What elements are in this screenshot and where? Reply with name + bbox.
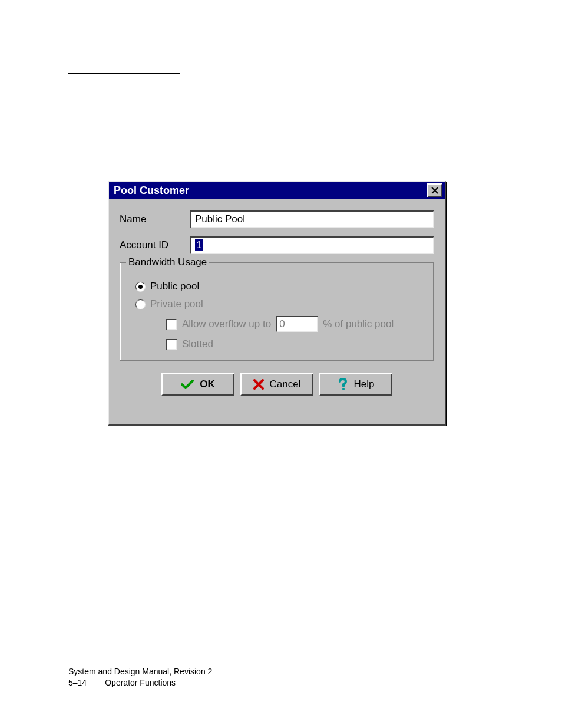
- private-pool-label: Private pool: [150, 298, 203, 310]
- question-icon: [338, 378, 348, 391]
- radio-icon: [135, 282, 146, 292]
- bandwidth-usage-group: Bandwidth Usage Public pool Private pool…: [120, 262, 434, 361]
- name-label: Name: [120, 213, 190, 225]
- cancel-button[interactable]: Cancel: [240, 373, 313, 396]
- ok-button[interactable]: OK: [161, 373, 234, 396]
- overflow-input[interactable]: 0: [276, 316, 318, 332]
- svg-point-4: [342, 388, 345, 390]
- footer-line2: 5–14 Operator Functions: [68, 677, 212, 689]
- x-icon: [253, 379, 264, 390]
- section-divider: [68, 73, 180, 74]
- account-row: Account ID 1: [120, 236, 434, 254]
- overflow-checkbox[interactable]: [166, 319, 177, 330]
- ok-label: OK: [200, 378, 215, 390]
- dialog-title: Pool Customer: [114, 185, 189, 197]
- footer-line1: System and Design Manual, Revision 2: [68, 666, 212, 677]
- pool-customer-dialog: Pool Customer Name Public Pool Account I…: [108, 181, 446, 426]
- public-pool-radio-row[interactable]: Public pool: [135, 281, 423, 292]
- name-input[interactable]: Public Pool: [190, 210, 434, 228]
- name-value: Public Pool: [195, 213, 245, 225]
- button-row: OK Cancel Help: [120, 373, 434, 396]
- account-label: Account ID: [120, 239, 190, 251]
- private-pool-radio-row[interactable]: Private pool: [135, 298, 423, 310]
- titlebar: Pool Customer: [109, 182, 445, 199]
- cancel-label: Cancel: [270, 378, 301, 390]
- slotted-row: Slotted: [166, 338, 423, 350]
- close-button[interactable]: [427, 183, 442, 197]
- account-input[interactable]: 1: [190, 236, 434, 254]
- overflow-row: Allow overflow up to 0 % of public pool: [166, 316, 423, 332]
- radio-icon: [135, 299, 146, 309]
- page-footer: System and Design Manual, Revision 2 5–1…: [68, 666, 212, 689]
- close-icon: [431, 187, 438, 194]
- account-value: 1: [195, 239, 203, 251]
- public-pool-label: Public pool: [150, 281, 199, 292]
- name-row: Name Public Pool: [120, 210, 434, 228]
- help-label: Help: [354, 378, 375, 390]
- dialog-body: Name Public Pool Account ID 1 Bandwidth …: [109, 199, 445, 404]
- overflow-value: 0: [279, 318, 285, 330]
- slotted-label: Slotted: [182, 338, 213, 350]
- help-button[interactable]: Help: [319, 373, 392, 396]
- check-icon: [181, 379, 194, 390]
- slotted-checkbox[interactable]: [166, 339, 177, 350]
- group-legend: Bandwidth Usage: [126, 256, 209, 268]
- overflow-label: Allow overflow up to: [182, 318, 271, 330]
- overflow-suffix: % of public pool: [323, 318, 394, 330]
